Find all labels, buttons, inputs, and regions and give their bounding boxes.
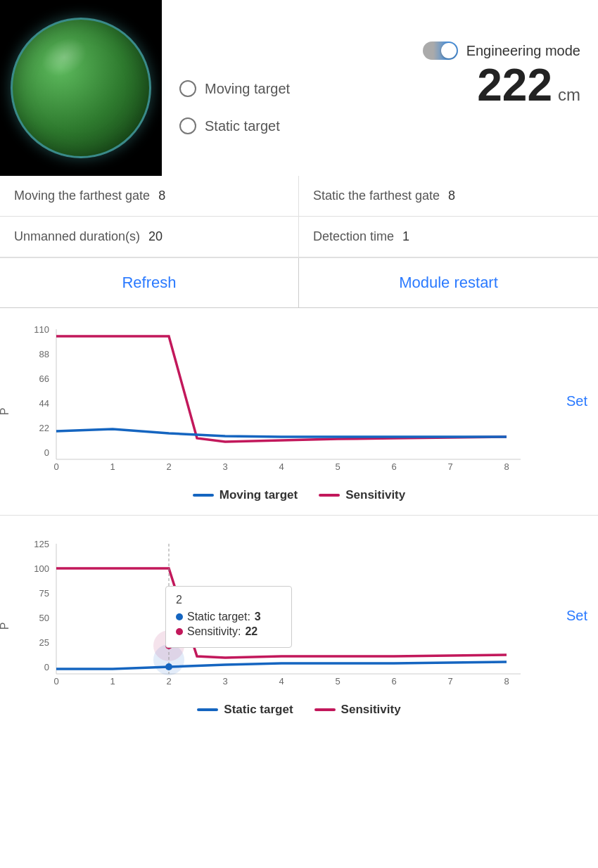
legend-static-target-line	[197, 708, 218, 711]
header-controls: Engineering mode Moving target 222 cm St…	[162, 0, 598, 176]
action-buttons: Refresh Module restart	[0, 258, 598, 308]
moving-target-row: Moving target 222 cm	[179, 70, 580, 108]
tooltip-row-static: Static target: 3	[176, 611, 281, 623]
static-gate-value: 8	[448, 189, 455, 203]
svg-text:1: 1	[110, 676, 115, 687]
detection-value: 1	[402, 229, 409, 244]
unmanned-label: Unmanned duration(s)	[14, 229, 140, 244]
legend-moving-target: Moving target	[193, 488, 298, 502]
info-grid: Moving the farthest gate 8 Static the fa…	[0, 176, 598, 258]
svg-text:0: 0	[53, 461, 58, 472]
svg-text:3: 3	[222, 676, 227, 687]
svg-text:100: 100	[34, 563, 49, 574]
chart1-svg: 110 88 66 44 22 0 0 1 2 3 4 5 6 7 8	[28, 322, 563, 477]
distance-value: 222	[477, 63, 552, 108]
legend-sensitivity-2-line	[314, 708, 336, 711]
legend-moving-target-line	[193, 494, 214, 497]
chart2-legend: Static target Sensitivity	[7, 694, 591, 722]
unmanned-cell: Unmanned duration(s) 20	[0, 217, 299, 257]
svg-text:44: 44	[39, 398, 49, 409]
chart1-y-label: P	[0, 408, 11, 416]
svg-text:25: 25	[39, 637, 49, 648]
svg-text:0: 0	[44, 447, 49, 458]
chart1-set-button[interactable]: Set	[566, 393, 587, 409]
svg-text:1: 1	[110, 461, 115, 472]
svg-text:7: 7	[447, 461, 452, 472]
chart-divider	[0, 515, 598, 516]
chart2-svg: 125 100 75 50 25 0 0 1 2 3 4 5 6 7 8	[28, 537, 563, 691]
svg-text:8: 8	[504, 461, 509, 472]
svg-text:75: 75	[39, 588, 49, 599]
header-section: Engineering mode Moving target 222 cm St…	[0, 0, 598, 176]
moving-gate-cell: Moving the farthest gate 8	[0, 176, 299, 217]
moving-target-radio[interactable]	[179, 80, 196, 97]
moving-target-label: Moving target	[205, 81, 290, 97]
chart2-tooltip: 2 Static target: 3 Sensitivity: 22	[165, 586, 292, 648]
svg-text:8: 8	[504, 676, 509, 687]
radar-container	[0, 0, 162, 176]
distance-display: 222 cm	[298, 63, 580, 108]
module-restart-button[interactable]: Module restart	[299, 258, 598, 307]
detection-cell: Detection time 1	[299, 217, 598, 257]
chart1-legend: Moving target Sensitivity	[7, 480, 591, 508]
legend-static-target-label: Static target	[224, 703, 293, 717]
tooltip-value-static: 3	[255, 611, 261, 623]
svg-text:5: 5	[335, 461, 340, 472]
svg-text:5: 5	[335, 676, 340, 687]
engineering-mode-label: Engineering mode	[466, 43, 580, 59]
engineering-mode-toggle[interactable]	[423, 42, 458, 60]
refresh-button[interactable]: Refresh	[0, 258, 299, 307]
svg-text:4: 4	[279, 461, 284, 472]
tooltip-label-sensitivity: Sensitivity:	[187, 625, 241, 638]
legend-static-target: Static target	[197, 703, 293, 717]
static-target-radio[interactable]	[179, 117, 196, 134]
tooltip-title: 2	[176, 594, 281, 606]
radar-circle	[11, 18, 151, 158]
svg-text:0: 0	[44, 662, 49, 672]
static-target-row: Static target	[179, 117, 580, 134]
tooltip-dot-static	[176, 613, 183, 620]
legend-sensitivity-1-line	[319, 494, 340, 497]
svg-text:2: 2	[166, 461, 171, 472]
moving-gate-label: Moving the farthest gate	[14, 189, 150, 203]
tooltip-row-sensitivity: Sensitivity: 22	[176, 625, 281, 638]
svg-text:6: 6	[391, 461, 396, 472]
svg-text:88: 88	[39, 349, 49, 359]
legend-sensitivity-1: Sensitivity	[319, 488, 405, 502]
detection-label: Detection time	[313, 229, 394, 244]
legend-moving-target-label: Moving target	[220, 488, 298, 502]
tooltip-value-sensitivity: 22	[245, 625, 257, 638]
svg-text:4: 4	[279, 676, 284, 687]
svg-text:2: 2	[166, 676, 171, 687]
svg-text:50: 50	[39, 613, 49, 623]
static-gate-label: Static the farthest gate	[313, 189, 440, 203]
tooltip-label-static: Static target:	[187, 611, 250, 623]
svg-text:6: 6	[391, 676, 396, 687]
chart2-wrapper: Set 2 Static target: 3 Sensitivity: 22 1…	[28, 537, 591, 694]
svg-point-35	[165, 663, 172, 670]
legend-sensitivity-2-label: Sensitivity	[341, 703, 401, 717]
svg-text:0: 0	[53, 676, 58, 687]
toggle-knob	[441, 43, 457, 58]
svg-text:3: 3	[222, 461, 227, 472]
chart2-section: P Set 2 Static target: 3 Sensitivity: 22…	[0, 523, 598, 729]
chart1-section: P Set 110 88 66 44 22 0 0 1 2 3 4 5 6 7 …	[0, 308, 598, 515]
svg-text:125: 125	[34, 539, 49, 549]
engineering-mode-row: Engineering mode	[179, 42, 580, 60]
chart1-wrapper: Set 110 88 66 44 22 0 0 1 2 3 4 5 6 7 8	[28, 322, 591, 480]
legend-sensitivity-2: Sensitivity	[314, 703, 401, 717]
svg-text:7: 7	[447, 676, 452, 687]
static-target-label: Static target	[205, 118, 280, 134]
static-gate-cell: Static the farthest gate 8	[299, 176, 598, 217]
chart2-set-button[interactable]: Set	[566, 608, 587, 624]
svg-text:22: 22	[39, 423, 49, 433]
tooltip-dot-sensitivity	[176, 628, 183, 635]
chart2-y-label: P	[0, 623, 11, 630]
distance-unit: cm	[558, 85, 580, 105]
svg-text:66: 66	[39, 374, 49, 384]
moving-gate-value: 8	[158, 189, 165, 203]
legend-sensitivity-1-label: Sensitivity	[345, 488, 405, 502]
unmanned-value: 20	[148, 229, 163, 244]
svg-text:110: 110	[34, 324, 49, 335]
